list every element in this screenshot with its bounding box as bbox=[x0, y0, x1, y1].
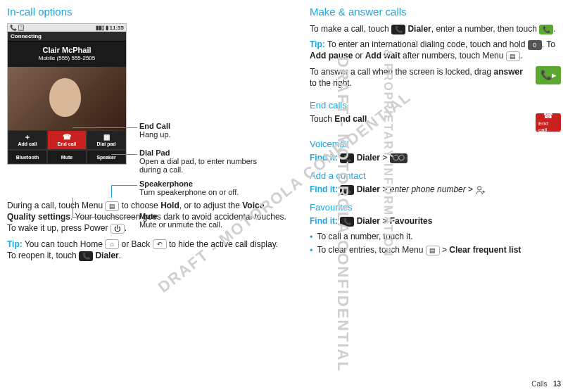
callout-line bbox=[72, 217, 137, 218]
section-title-favourites: Favourites bbox=[310, 202, 561, 213]
bullet-icon: • bbox=[310, 245, 313, 256]
menu-icon: ▤ bbox=[506, 51, 520, 61]
speaker-button[interactable]: Speaker bbox=[87, 150, 126, 164]
section-title-addcontact: Add a contact bbox=[310, 170, 561, 181]
clock: 11:35 bbox=[110, 25, 124, 31]
back-icon: ↶ bbox=[153, 239, 167, 249]
endcall-text: Touch End call. bbox=[310, 113, 529, 125]
list-item: • To clear entries, touch Menu ▤ > Clear… bbox=[310, 245, 561, 256]
voicemail-findit: Find it: 📞 Dialer > ◯◯ bbox=[310, 152, 561, 163]
label-dialpad-title: Dial Pad bbox=[139, 148, 280, 157]
bluetooth-button[interactable]: Bluetooth bbox=[8, 150, 47, 164]
make-call-text: To make a call, touch 📞 Dialer, enter a … bbox=[310, 23, 561, 34]
menu-icon: ▤ bbox=[426, 246, 440, 255]
voicemail-icon: ◯◯ bbox=[390, 153, 407, 163]
list-item: • To call a number, touch it. bbox=[310, 232, 561, 243]
label-speaker-desc: Turn speakerphone on or off. bbox=[139, 188, 280, 196]
answer-text: To answer a call when the screen is lock… bbox=[310, 66, 529, 89]
call-banner: Connecting bbox=[8, 32, 126, 42]
dialer-chip-icon: 📞 bbox=[340, 153, 354, 163]
dialpad-icon: ▦ bbox=[103, 134, 110, 141]
home-icon: ⌂ bbox=[105, 239, 119, 249]
svg-point-0 bbox=[478, 186, 481, 190]
caller-name: Clair McPhail bbox=[11, 46, 123, 54]
plus-icon: ＋ bbox=[24, 134, 31, 141]
answer-drag-icon: 📞▸ bbox=[536, 66, 561, 84]
label-endcall-desc: Hang up. bbox=[139, 130, 171, 139]
section-title-make-answer: Make & answer calls bbox=[310, 6, 561, 18]
bullet-icon: • bbox=[310, 232, 313, 243]
dialer-chip-icon: 📞 bbox=[340, 185, 354, 195]
section-title-endcalls: End calls bbox=[310, 100, 561, 110]
zero-key-icon: 0 bbox=[528, 40, 542, 50]
card-status-icon: □ bbox=[18, 25, 24, 31]
callout-line bbox=[111, 185, 137, 186]
callout-line bbox=[111, 154, 137, 155]
label-dialpad-desc: Open a dial pad, to enter numbers during… bbox=[139, 157, 280, 174]
tip-intl: Tip: To enter an international dialing c… bbox=[310, 39, 561, 61]
callout-line bbox=[72, 198, 73, 217]
menu-icon: ▤ bbox=[105, 201, 119, 211]
dialer-chip-icon: 📞 bbox=[79, 251, 93, 261]
call-icon: 📞 bbox=[539, 25, 553, 34]
signal-icon: ▮▮▯ bbox=[96, 25, 104, 31]
label-speaker-title: Speakerphone bbox=[139, 179, 280, 188]
end-call-button[interactable]: ☎End call bbox=[47, 130, 87, 150]
dialer-chip-icon: 📞 bbox=[391, 25, 405, 34]
mute-button[interactable]: Mute bbox=[47, 150, 87, 164]
caller-number: Mobile (555) 555-2505 bbox=[11, 55, 123, 61]
favourites-findit: Find it: 📞 Dialer > Favourites bbox=[310, 215, 561, 227]
power-icon: ⏻ bbox=[110, 224, 125, 234]
caller-info: Clair McPhail Mobile (555) 555-2505 bbox=[8, 42, 126, 67]
section-title-voicemail: Voicemail bbox=[310, 139, 561, 149]
add-contact-icon bbox=[475, 185, 485, 195]
add-call-label: Add call bbox=[18, 141, 37, 146]
section-title-incall: In-call options bbox=[7, 6, 289, 18]
callout-line bbox=[111, 185, 112, 198]
label-mute-title: Mute bbox=[139, 212, 280, 220]
label-mute-desc: Mute or unmute the call. bbox=[139, 220, 280, 229]
label-endcall-title: End Call bbox=[139, 122, 171, 130]
add-call-button[interactable]: ＋Add call bbox=[8, 130, 47, 150]
tip-paragraph: Tip: You can touch Home ⌂ or Back ↶ to h… bbox=[7, 239, 289, 261]
hangup-icon: ☎ bbox=[63, 134, 71, 141]
end-call-label: End call bbox=[58, 141, 77, 146]
addcontact-findit: Find it: 📞 Dialer > enter phone number > bbox=[310, 184, 561, 195]
page-footer: Calls 13 bbox=[531, 380, 561, 388]
phone-mock: 📞 □ ▮▮▯ ▮ 11:35 Connecting Clair McPhail… bbox=[7, 23, 127, 165]
dial-pad-button[interactable]: ▦Dial pad bbox=[87, 130, 126, 150]
dialer-chip-icon: 📞 bbox=[340, 217, 354, 227]
status-bar: 📞 □ ▮▮▯ ▮ 11:35 bbox=[8, 24, 126, 32]
contact-photo bbox=[8, 67, 126, 130]
end-call-icon: ☎End call bbox=[536, 113, 561, 132]
dial-pad-label: Dial pad bbox=[96, 141, 115, 146]
phone-status-icon: 📞 bbox=[10, 25, 17, 31]
battery-icon: ▮ bbox=[106, 25, 108, 31]
callout-line bbox=[72, 127, 137, 128]
